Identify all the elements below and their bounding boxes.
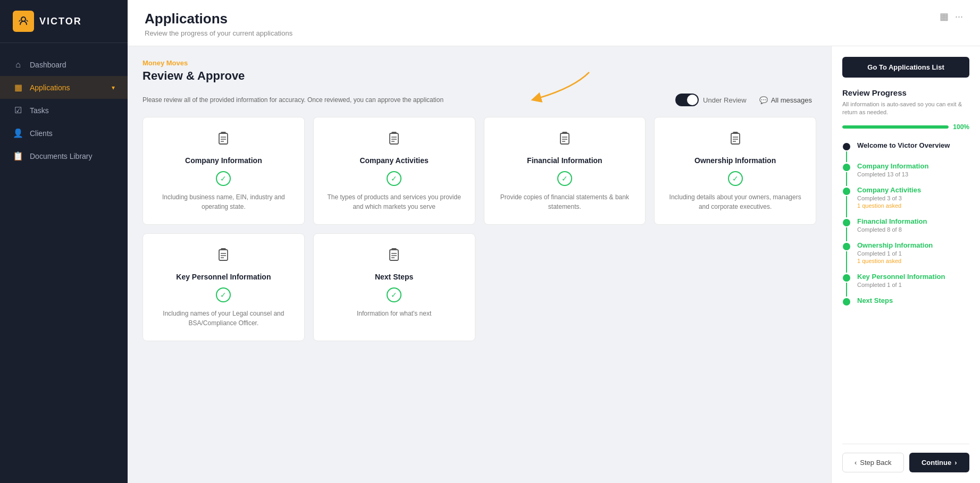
timeline-line-company-activities	[846, 196, 847, 217]
clipboard-icon-2	[386, 130, 403, 151]
timeline-dot-next-steps	[843, 298, 850, 306]
toggle-label: Under Review	[703, 96, 747, 104]
timeline-line-key-personnel	[846, 283, 847, 296]
progress-bar-container: 100%	[842, 123, 969, 131]
logo-icon	[13, 11, 34, 32]
messages-icon: 💬	[759, 96, 768, 104]
check-icon-4: ✓	[728, 171, 743, 186]
card-title-next-steps: Next Steps	[375, 273, 413, 281]
timeline-item-ownership-info: Ownership Information Completed 1 of 1 1…	[842, 241, 969, 273]
timeline-label-welcome[interactable]: Welcome to Victor Overview	[857, 141, 969, 149]
documents-icon: 📋	[13, 151, 23, 161]
app-controls-row: Please review all of the provided inform…	[143, 94, 816, 106]
content-main: Money Moves Review & Approve Please revi…	[128, 46, 831, 483]
card-next-steps[interactable]: Next Steps ✓ Information for what's next	[313, 233, 475, 341]
timeline-label-company-info[interactable]: Company Information	[857, 162, 969, 170]
timeline-sub-company-info: Completed 13 of 13	[857, 171, 969, 177]
timeline-sub-ownership-info: Completed 1 of 1	[857, 250, 969, 257]
applications-icon: ▦	[13, 82, 23, 92]
svg-rect-2	[219, 133, 228, 144]
check-icon-5: ✓	[216, 287, 231, 302]
continue-button[interactable]: Continue ›	[909, 453, 970, 472]
svg-rect-22	[390, 250, 398, 260]
card-company-activities[interactable]: Company Activities ✓ The types of produc…	[313, 117, 475, 225]
timeline-item-next-steps: Next Steps	[842, 296, 969, 313]
timeline-label-company-activities[interactable]: Company Activities	[857, 186, 969, 194]
timeline-line-welcome	[846, 151, 847, 162]
card-title-company-activities: Company Activities	[359, 156, 428, 165]
step-back-label: Step Back	[860, 459, 891, 467]
timeline-dot-financial-info	[843, 219, 850, 226]
card-title-key-personnel: Key Personnel Information	[176, 273, 271, 281]
progress-percentage: 100%	[953, 123, 969, 131]
timeline-sub2-company-activities: 1 question asked	[857, 202, 969, 209]
clipboard-icon-1	[215, 130, 232, 151]
header-icons: ▦ ···	[940, 11, 963, 22]
timeline-item-company-activities: Company Activities Completed 3 of 3 1 qu…	[842, 186, 969, 217]
app-title: Review & Approve	[143, 69, 816, 83]
continue-label: Continue	[922, 459, 951, 467]
sidebar-label-documents: Documents Library	[30, 152, 115, 160]
card-ownership-information[interactable]: Ownership Information ✓ Including detail…	[654, 117, 816, 225]
card-key-personnel[interactable]: Key Personnel Information ✓ Including na…	[143, 233, 305, 341]
chevron-right-icon: ›	[954, 459, 957, 467]
card-desc-key-personnel: Including names of your Legal counsel an…	[154, 309, 294, 328]
under-review-toggle[interactable]	[675, 94, 699, 106]
review-timeline: Welcome to Victor Overview Company Infor…	[842, 141, 969, 313]
page-header: Applications Review the progress of your…	[128, 0, 980, 46]
clients-icon: 👤	[13, 128, 23, 138]
sidebar-item-dashboard[interactable]: ⌂ Dashboard	[0, 54, 128, 76]
right-sidebar: Go To Applications List Review Progress …	[831, 46, 980, 483]
logo: VICTOR	[0, 0, 128, 43]
card-desc-ownership-info: Including details about your owners, man…	[665, 192, 805, 211]
home-icon: ⌂	[13, 60, 23, 70]
timeline-label-financial-info[interactable]: Financial Information	[857, 217, 969, 225]
timeline-label-next-steps[interactable]: Next Steps	[857, 296, 969, 304]
check-icon-3: ✓	[557, 171, 572, 186]
content-area: Money Moves Review & Approve Please revi…	[128, 46, 980, 483]
review-toggle-container: Under Review	[675, 94, 747, 106]
card-company-information[interactable]: Company Information ✓ Including business…	[143, 117, 305, 225]
sidebar-item-tasks[interactable]: ☑ Tasks	[0, 99, 128, 122]
sidebar-label-applications: Applications	[30, 83, 105, 92]
svg-rect-10	[560, 133, 569, 144]
app-header: Money Moves Review & Approve	[143, 59, 816, 83]
sidebar-label-dashboard: Dashboard	[30, 61, 115, 69]
toggle-knob	[687, 95, 698, 105]
review-progress-title: Review Progress	[842, 88, 969, 97]
sidebar-item-documents[interactable]: 📋 Documents Library	[0, 145, 128, 167]
sidebar: VICTOR ⌂ Dashboard ▦ Applications ▾ ☑ Ta…	[0, 0, 128, 483]
sidebar-item-clients[interactable]: 👤 Clients	[0, 122, 128, 145]
sidebar-item-applications[interactable]: ▦ Applications ▾	[0, 76, 128, 99]
timeline-item-financial-info: Financial Information Completed 8 of 8	[842, 217, 969, 241]
cards-grid-top: Company Information ✓ Including business…	[143, 117, 816, 225]
card-desc-financial-info: Provide copies of financial statements &…	[495, 192, 635, 211]
more-options-icon[interactable]: ···	[955, 11, 963, 22]
clipboard-icon-6	[386, 247, 403, 267]
all-messages-button[interactable]: 💬 All messages	[755, 94, 816, 106]
timeline-sub-financial-info: Completed 8 of 8	[857, 226, 969, 233]
step-back-button[interactable]: ‹ Step Back	[842, 453, 904, 472]
clipboard-icon-3	[556, 130, 573, 151]
timeline-item-welcome: Welcome to Victor Overview	[842, 141, 969, 162]
timeline-label-ownership-info[interactable]: Ownership Information	[857, 241, 969, 249]
grid-icon[interactable]: ▦	[940, 11, 949, 22]
goto-applications-list-button[interactable]: Go To Applications List	[842, 57, 969, 78]
progress-bar	[842, 125, 949, 129]
sidebar-label-tasks: Tasks	[30, 106, 115, 115]
card-financial-information[interactable]: Financial Information ✓ Provide copies o…	[484, 117, 646, 225]
timeline-item-key-personnel: Key Personnel Information Completed 1 of…	[842, 273, 969, 296]
review-progress-desc: All information is auto-saved so you can…	[842, 100, 969, 117]
main-content: Applications Review the progress of your…	[128, 0, 980, 483]
check-icon-2: ✓	[387, 171, 401, 186]
card-desc-company-activities: The types of products and services you p…	[324, 192, 464, 211]
timeline-item-company-info: Company Information Completed 13 of 13	[842, 162, 969, 186]
cards-grid-bottom: Key Personnel Information ✓ Including na…	[143, 233, 816, 341]
timeline-line-financial-info	[846, 227, 847, 241]
timeline-dot-company-activities	[843, 188, 850, 195]
progress-fill	[842, 125, 949, 129]
timeline-label-key-personnel[interactable]: Key Personnel Information	[857, 273, 969, 281]
card-title-financial-info: Financial Information	[527, 156, 602, 165]
timeline-sub2-ownership-info: 1 question asked	[857, 258, 969, 264]
page-subtitle: Review the progress of your current appl…	[145, 29, 292, 37]
